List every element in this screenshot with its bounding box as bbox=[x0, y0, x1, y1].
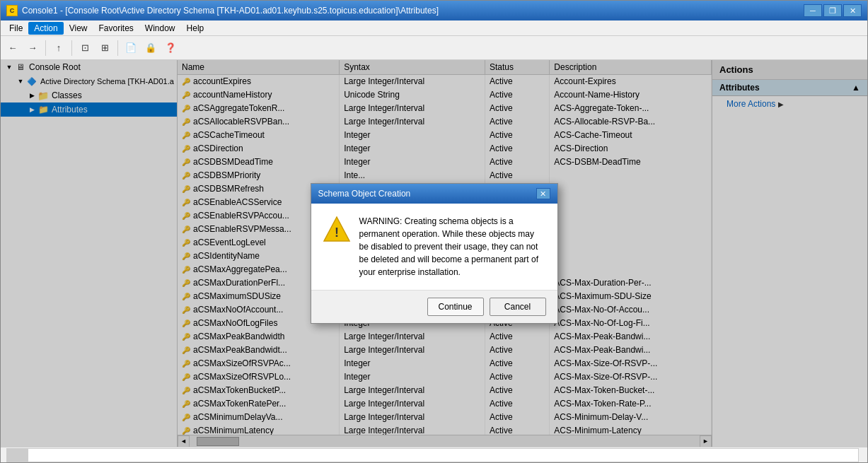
modal-message: WARNING: Creating schema objects is a pe… bbox=[359, 215, 546, 279]
modal-title-bar: Schema Object Creation ✕ bbox=[311, 184, 557, 204]
menu-bar: File Action View Favorites Window Help bbox=[1, 20, 867, 36]
svg-text:!: ! bbox=[335, 225, 339, 240]
menu-action[interactable]: Action bbox=[28, 22, 63, 35]
menu-file[interactable]: File bbox=[4, 22, 28, 35]
show-hide-tree-button[interactable]: ⊡ bbox=[76, 39, 94, 57]
help-button[interactable]: ❓ bbox=[161, 39, 180, 57]
minimize-button[interactable]: ─ bbox=[804, 4, 822, 17]
menu-favorites[interactable]: Favorites bbox=[93, 22, 139, 35]
new-button[interactable]: 📄 bbox=[122, 39, 140, 57]
toolbar: ← → ↑ ⊡ ⊞ 📄 🔒 ❓ bbox=[1, 36, 867, 60]
browse-button[interactable]: ⊞ bbox=[96, 39, 114, 57]
back-button[interactable]: ← bbox=[4, 39, 22, 57]
window-container: ▼ 🖥 Console Root ▼ 🔷 Active Directory Sc… bbox=[1, 60, 867, 447]
toolbar-sep-3 bbox=[117, 40, 118, 56]
toolbar-sep-1 bbox=[45, 40, 46, 56]
status-scroll-thumb bbox=[7, 449, 28, 462]
properties-button[interactable]: 🔒 bbox=[141, 39, 160, 57]
menu-window[interactable]: Window bbox=[139, 22, 181, 35]
modal-dialog: Schema Object Creation ✕ ! WARNING: Crea… bbox=[311, 183, 558, 324]
main-window: C Console1 - [Console Root\Active Direct… bbox=[0, 0, 868, 463]
modal-close-button[interactable]: ✕ bbox=[536, 188, 550, 199]
forward-button[interactable]: → bbox=[23, 39, 42, 57]
status-scroll[interactable] bbox=[6, 448, 859, 462]
continue-button[interactable]: Continue bbox=[427, 298, 484, 316]
restore-button[interactable]: ❐ bbox=[823, 4, 842, 17]
menu-view[interactable]: View bbox=[64, 22, 93, 35]
close-button[interactable]: ✕ bbox=[843, 4, 862, 17]
status-bar bbox=[1, 447, 867, 462]
window-controls: ─ ❐ ✕ bbox=[804, 4, 862, 17]
toolbar-sep-2 bbox=[71, 40, 72, 56]
cancel-button[interactable]: Cancel bbox=[490, 298, 546, 316]
menu-help[interactable]: Help bbox=[181, 22, 210, 35]
app-icon: C bbox=[6, 5, 18, 16]
modal-content: ! WARNING: Creating schema objects is a … bbox=[311, 204, 557, 290]
modal-title: Schema Object Creation bbox=[318, 189, 411, 199]
up-button[interactable]: ↑ bbox=[50, 39, 68, 57]
modal-buttons: Continue Cancel bbox=[311, 290, 557, 323]
title-bar: C Console1 - [Console Root\Active Direct… bbox=[1, 1, 867, 20]
modal-overlay: Schema Object Creation ✕ ! WARNING: Crea… bbox=[1, 60, 867, 447]
window-title: Console1 - [Console Root\Active Director… bbox=[22, 6, 804, 16]
warning-icon: ! bbox=[323, 215, 351, 243]
